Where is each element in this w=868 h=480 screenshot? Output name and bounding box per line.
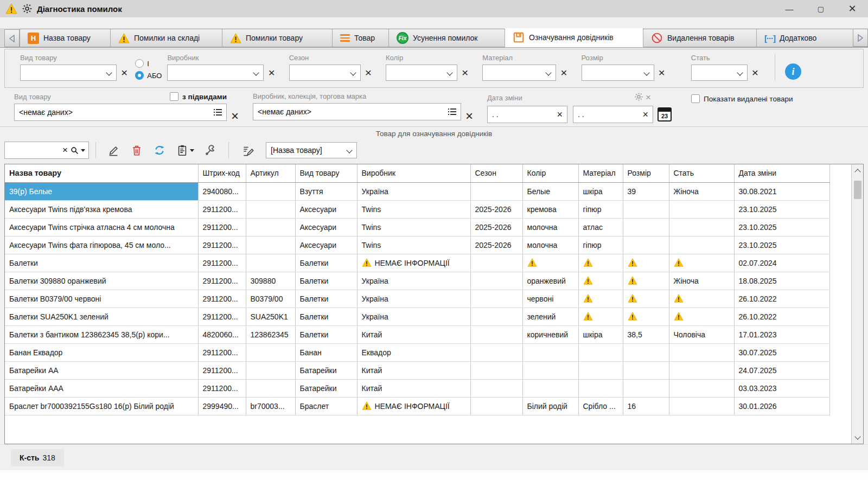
minimize-button[interactable]: — — [774, 0, 805, 17]
tab-nazva-tovaru[interactable]: Н Назва товару — [20, 29, 111, 47]
kolir-dropdown[interactable] — [386, 65, 457, 81]
tabs-scroll-right-button[interactable] — [853, 29, 868, 47]
tab-pomylky-tovaru[interactable]: Помилки товару — [222, 29, 333, 47]
rozmir-dropdown[interactable] — [582, 65, 654, 81]
table-cell[interactable] — [623, 361, 669, 379]
table-row[interactable]: Аксесуари Twins фата гіпюрова, 45 см мол… — [5, 236, 829, 254]
clear-material-button[interactable]: × — [556, 66, 571, 80]
column-header[interactable]: Вид товару — [295, 164, 357, 182]
table-cell[interactable]: 39(р) Белые — [5, 182, 198, 200]
tab-oznachuvannya-dovidnykiv[interactable]: Означування довідників — [505, 28, 643, 47]
table-cell[interactable]: 2025-2026 — [470, 236, 522, 254]
table-cell[interactable]: 23.10.2025 — [734, 218, 829, 236]
table-cell[interactable] — [623, 379, 669, 397]
clear-vyrobnyk-button[interactable]: × — [264, 66, 279, 80]
table-cell[interactable]: 17.01.2023 — [734, 325, 829, 343]
table-cell[interactable]: 2911200... — [198, 379, 246, 397]
table-cell[interactable] — [669, 308, 734, 325]
search-icon[interactable] — [70, 146, 88, 155]
table-row[interactable]: 39(р) Белые2940080...ВзуттяУкраїнаБелыеш… — [5, 182, 829, 200]
table-cell[interactable] — [669, 254, 734, 272]
table-cell[interactable] — [246, 379, 295, 397]
radio-or[interactable]: АБО — [135, 71, 162, 80]
table-cell[interactable]: Балетки — [295, 272, 357, 290]
table-cell[interactable] — [578, 290, 623, 308]
table-cell[interactable]: 4820060... — [198, 325, 246, 343]
table-cell[interactable]: SUA250K1 — [246, 308, 295, 325]
vyd-tovaru-dropdown[interactable] — [20, 65, 117, 81]
table-cell[interactable]: Балетки SUA250K1 зелений — [5, 308, 198, 325]
tab-vydalennya-tovariv[interactable]: Видалення товарів — [643, 29, 757, 47]
table-cell[interactable] — [246, 343, 295, 361]
date-clear-icon[interactable]: × — [643, 92, 653, 103]
table-cell[interactable]: Жіноча — [669, 182, 734, 200]
table-cell[interactable]: Браслет br7000392155Gs180 16(р) Білий ро… — [5, 397, 198, 415]
table-cell[interactable] — [669, 290, 734, 308]
table-cell[interactable] — [578, 361, 623, 379]
table-cell[interactable] — [470, 325, 522, 343]
refresh-button[interactable] — [150, 141, 169, 159]
table-cell[interactable]: коричневий — [522, 325, 578, 343]
table-cell[interactable]: 309880 — [246, 272, 295, 290]
table-cell[interactable] — [669, 379, 734, 397]
column-header[interactable]: Штрих-код — [198, 164, 246, 182]
table-cell[interactable] — [470, 182, 522, 200]
table-cell[interactable]: Белые — [522, 182, 578, 200]
table-cell[interactable]: Балетки — [295, 325, 357, 343]
table-cell[interactable]: Аксесуари Twins стрічка атласна 4 см мол… — [5, 218, 198, 236]
calendar-icon[interactable]: 23 — [658, 107, 672, 121]
table-cell[interactable]: 16 — [623, 397, 669, 415]
table-cell[interactable] — [522, 254, 578, 272]
table-cell[interactable]: Балетки — [295, 290, 357, 308]
table-cell[interactable] — [578, 379, 623, 397]
table-cell[interactable]: Балетки з бантиком 123862345 38,5(р) кор… — [5, 325, 198, 343]
table-cell[interactable]: Китай — [357, 361, 470, 379]
column-header[interactable]: Артикул — [246, 164, 295, 182]
column-header[interactable]: Назва товару — [5, 164, 198, 182]
table-cell[interactable]: Україна — [357, 308, 470, 325]
table-cell[interactable]: Twins — [357, 200, 470, 218]
table-cell[interactable] — [669, 397, 734, 415]
table-cell[interactable]: 2911200... — [198, 272, 246, 290]
table-cell[interactable]: молочна — [522, 218, 578, 236]
table-cell[interactable] — [470, 290, 522, 308]
table-cell[interactable]: 30.08.2021 — [734, 182, 829, 200]
table-cell[interactable] — [470, 254, 522, 272]
scroll-down-button[interactable] — [852, 432, 863, 444]
table-cell[interactable] — [246, 218, 295, 236]
vyrobnyk-dropdown[interactable] — [167, 65, 264, 81]
table-cell[interactable]: 2911200... — [198, 218, 246, 236]
table-cell[interactable] — [578, 254, 623, 272]
edit-button[interactable] — [104, 141, 124, 159]
table-cell[interactable] — [623, 254, 669, 272]
column-header[interactable]: Сезон — [470, 164, 522, 182]
table-cell[interactable] — [246, 254, 295, 272]
table-cell[interactable]: Україна — [357, 290, 470, 308]
table-row[interactable]: Балетки2911200...БалеткиНЕМАЄ ІНФОРМАЦІЇ… — [5, 254, 829, 272]
table-cell[interactable] — [522, 361, 578, 379]
table-cell[interactable]: Батарейки АА — [5, 361, 198, 379]
producer-picker[interactable]: <немає даних> — [253, 103, 461, 120]
table-row[interactable]: Балетки 309880 оранжевий2911200...309880… — [5, 272, 829, 290]
list-picker-icon[interactable] — [214, 109, 222, 116]
group-edit-button[interactable] — [237, 141, 260, 159]
table-cell[interactable]: Аксесуари Twins підв'язка кремова — [5, 200, 198, 218]
table-cell[interactable]: 03.03.2023 — [734, 379, 829, 397]
table-cell[interactable]: 23.10.2025 — [734, 200, 829, 218]
date-from-input[interactable]: . . × — [487, 106, 567, 123]
tab-tovar[interactable]: Товар — [333, 29, 389, 47]
table-cell[interactable] — [246, 361, 295, 379]
table-cell[interactable] — [623, 218, 669, 236]
table-cell[interactable]: 23.10.2025 — [734, 236, 829, 254]
table-cell[interactable]: br70003... — [246, 397, 295, 415]
table-cell[interactable]: Банан Еквадор — [5, 343, 198, 361]
column-header[interactable]: Розмір — [623, 164, 669, 182]
table-cell[interactable]: Жіноча — [669, 272, 734, 290]
table-cell[interactable]: 2911200... — [198, 290, 246, 308]
radio-and[interactable]: І — [135, 59, 162, 68]
gear-icon[interactable] — [22, 3, 33, 14]
vyd-tovaru-picker[interactable]: <немає даних> — [14, 104, 227, 121]
table-cell[interactable] — [522, 379, 578, 397]
table-cell[interactable]: 02.07.2024 — [734, 254, 829, 272]
clear-date-from-button[interactable]: × — [557, 107, 563, 121]
